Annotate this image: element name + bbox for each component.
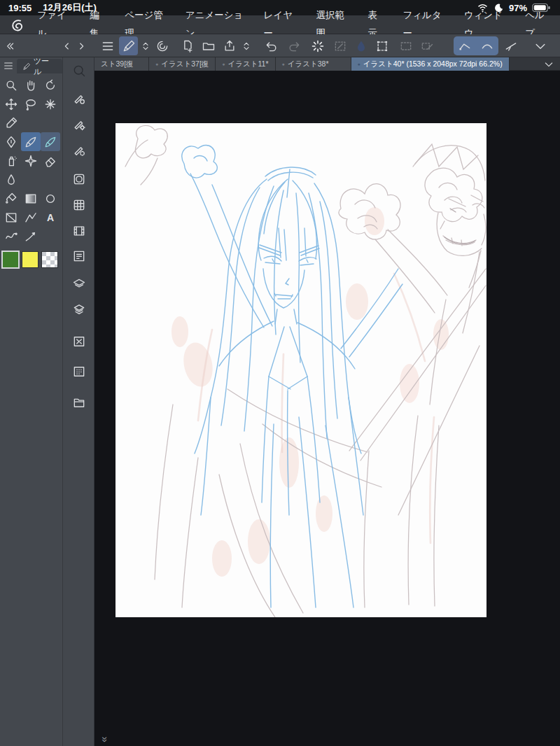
subtool-detail-button[interactable] xyxy=(70,247,88,265)
tool-panel-collapse-button[interactable] xyxy=(3,36,17,55)
tool-watercolor-brush[interactable] xyxy=(41,132,60,151)
document-tab-strip: スト39[復 ● イラスト37[復 ● イラスト11* ● イラスト38* ● … xyxy=(94,57,560,71)
snap-ruler-icon xyxy=(458,39,472,53)
toolbar-overflow-button[interactable] xyxy=(526,36,554,55)
document-tab-2[interactable]: ● イラスト37[復 xyxy=(149,57,216,71)
box-x-icon xyxy=(72,335,86,349)
tab-label: イラスト37[復 xyxy=(161,59,209,69)
navigator-panel-button[interactable] xyxy=(70,393,88,411)
clip-studio-open-button[interactable] xyxy=(153,36,172,55)
undo-icon xyxy=(265,39,279,53)
snap-line-button[interactable] xyxy=(501,36,520,55)
document-tab-4[interactable]: ● イラスト38* xyxy=(276,57,351,71)
snap-curve-button[interactable] xyxy=(477,36,496,55)
tool-ruler[interactable] xyxy=(21,208,41,227)
canvas-artwork[interactable] xyxy=(115,123,486,617)
tool-fill-bucket[interactable] xyxy=(1,189,21,208)
panel-menu-icon[interactable] xyxy=(3,60,14,71)
tool-decoration[interactable] xyxy=(21,151,41,170)
magnifier-icon xyxy=(4,78,18,92)
tool-eraser[interactable] xyxy=(41,151,60,170)
tool-airbrush-selected[interactable] xyxy=(21,132,41,151)
tool-zoom[interactable] xyxy=(1,76,21,94)
subpanel-expand-button[interactable] xyxy=(74,36,88,55)
tool-hand[interactable] xyxy=(21,76,41,94)
tool-spray[interactable] xyxy=(1,151,21,170)
tab-label: イラスト38* xyxy=(288,59,329,69)
tool-lasso-select[interactable] xyxy=(21,94,41,113)
tool-panel: ツール xyxy=(0,57,63,746)
eyedropper-icon xyxy=(4,116,18,130)
tone-panel-button[interactable] xyxy=(70,363,88,380)
tool-pen[interactable] xyxy=(1,132,21,151)
clip-studio-logo-icon[interactable] xyxy=(10,17,24,31)
tab-label: イラスト40* (1536 x 2048px 72dpi 66.2%) xyxy=(363,59,503,69)
tool-line-fix[interactable] xyxy=(21,227,41,246)
selection-pen-button[interactable] xyxy=(417,36,436,55)
chevrons-left-icon xyxy=(4,41,15,52)
sub-color-swatch[interactable] xyxy=(22,251,38,268)
rotate-icon xyxy=(43,78,57,92)
color-wheel-button[interactable] xyxy=(70,170,88,188)
dot-grid-icon xyxy=(72,365,86,379)
transparent-color-swatch[interactable] xyxy=(41,251,58,268)
selection-rect-button[interactable] xyxy=(396,36,415,55)
color-wheel-icon xyxy=(72,172,86,186)
main-color-swatch[interactable] xyxy=(2,251,19,268)
layer-panel-button[interactable] xyxy=(70,301,88,318)
new-canvas-button[interactable] xyxy=(178,36,197,55)
file-stepper[interactable] xyxy=(239,36,253,55)
material-panel-button[interactable] xyxy=(70,332,88,350)
tool-move-layer[interactable] xyxy=(1,94,21,113)
tool-eyedropper[interactable] xyxy=(1,113,21,132)
chevron-right-icon xyxy=(76,41,87,52)
tool-grid: A xyxy=(0,73,62,246)
tool-text[interactable]: A xyxy=(41,208,60,227)
object-tool-button[interactable] xyxy=(330,36,349,55)
tool-gradient[interactable] xyxy=(21,189,41,208)
drawing-paper[interactable] xyxy=(115,123,486,617)
list-icon xyxy=(72,249,86,263)
brush-size-button[interactable] xyxy=(70,141,88,159)
teal-brush-icon xyxy=(43,135,57,149)
redo-button[interactable] xyxy=(284,36,303,55)
tool-correct-line[interactable] xyxy=(1,227,21,246)
selection-pen-icon xyxy=(420,39,434,53)
canvas-area[interactable]: « xyxy=(94,71,560,746)
blend-color-button[interactable] xyxy=(351,36,370,55)
transform-button[interactable] xyxy=(372,36,391,55)
redo-icon xyxy=(287,39,301,53)
tool-rotate-canvas[interactable] xyxy=(41,76,60,94)
tool-property-button[interactable] xyxy=(70,115,88,133)
subpanel-collapse-button[interactable] xyxy=(60,36,74,55)
document-tab-5-active[interactable]: ● イラスト40* (1536 x 2048px 72dpi 66.2%) xyxy=(351,57,510,71)
bottom-expand-chevron[interactable]: « xyxy=(97,736,109,742)
undo-button[interactable] xyxy=(262,36,281,55)
tool-frame-border[interactable] xyxy=(1,208,21,227)
modified-dot: ● xyxy=(282,62,285,66)
snap-ruler-button[interactable] xyxy=(455,36,474,55)
subtool-nav-button[interactable] xyxy=(70,62,88,79)
text-tool-icon: A xyxy=(47,212,54,223)
swirl-icon xyxy=(155,39,169,53)
edit-mode-button[interactable] xyxy=(119,36,138,55)
panel-launcher-column xyxy=(63,57,94,746)
tool-panel-tab[interactable]: ツール xyxy=(17,59,62,73)
subtool-panel-button[interactable] xyxy=(70,90,88,107)
menu-bar: ファイル 編集 ページ管理 アニメーション レイヤー 選択範囲 表示 フィルター… xyxy=(0,15,560,34)
export-button[interactable] xyxy=(220,36,239,55)
tool-figure[interactable] xyxy=(41,189,60,208)
snap-line-icon xyxy=(504,39,518,53)
mode-stepper[interactable] xyxy=(139,36,153,55)
timeline-button[interactable] xyxy=(70,222,88,239)
main-menu-button[interactable] xyxy=(98,36,117,55)
tool-auto-select[interactable] xyxy=(41,94,60,113)
brush-icon xyxy=(24,135,38,149)
open-file-button[interactable] xyxy=(199,36,218,55)
tab-list-button[interactable] xyxy=(540,57,557,71)
color-set-button[interactable] xyxy=(70,196,88,213)
document-tab-1[interactable]: スト39[復 xyxy=(94,57,149,71)
document-tab-3[interactable]: ● イラスト11* xyxy=(216,57,275,71)
layer-property-button[interactable] xyxy=(70,275,88,293)
tool-blend[interactable] xyxy=(1,170,21,189)
